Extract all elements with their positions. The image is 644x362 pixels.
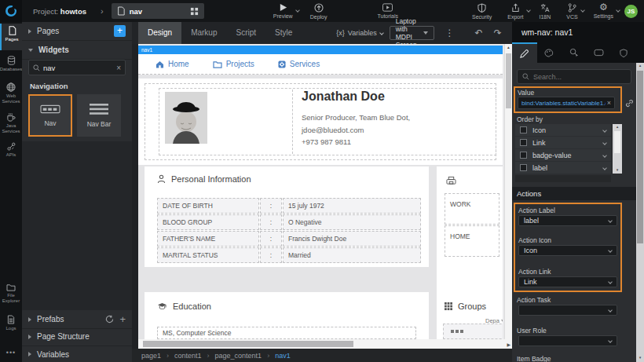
action-link-select[interactable]: Link bbox=[518, 276, 617, 287]
tab-markup[interactable]: Markup bbox=[181, 22, 226, 44]
prefabs-section-header[interactable]: Prefabs + bbox=[22, 310, 132, 329]
education-row[interactable]: MS, Computer Science bbox=[157, 327, 416, 339]
breadcrumb-item[interactable]: page_content1 bbox=[215, 352, 262, 360]
breadcrumb-item[interactable]: content1 bbox=[174, 352, 202, 360]
profile-name[interactable]: Jonathan Doe bbox=[302, 90, 385, 104]
database-icon bbox=[7, 56, 16, 65]
contact-section[interactable]: WORK HOME bbox=[437, 166, 503, 302]
property-search-input[interactable] bbox=[533, 73, 612, 81]
add-page-button[interactable]: + bbox=[114, 25, 126, 37]
order-by-item-label[interactable]: label bbox=[515, 162, 611, 174]
security-button[interactable]: Security bbox=[472, 3, 492, 20]
scrollbar-thumb[interactable] bbox=[637, 71, 643, 243]
order-by-item-link[interactable]: Link bbox=[515, 137, 611, 148]
panel-scrollbar[interactable]: ▲ ▼ bbox=[636, 63, 644, 362]
widgets-section-header[interactable]: Widgets bbox=[22, 41, 132, 60]
profile-photo[interactable] bbox=[165, 92, 207, 144]
tab-events[interactable] bbox=[562, 42, 587, 63]
rail-item-file-explorer[interactable]: File Explorer bbox=[0, 281, 22, 303]
rail-item-web-services[interactable]: Web Services bbox=[0, 80, 22, 104]
order-by-item-icon[interactable]: Icon bbox=[515, 124, 611, 136]
checkbox[interactable] bbox=[520, 152, 527, 159]
pages-section-header[interactable]: Pages + bbox=[22, 22, 132, 41]
nav-item-services[interactable]: Services bbox=[278, 60, 320, 68]
nav1-selection-bar[interactable]: nav1 bbox=[138, 46, 503, 54]
order-by-scrollbar[interactable]: ▲ ▼ bbox=[613, 124, 622, 174]
device-selector[interactable]: Laptop with MDPI Screen bbox=[390, 26, 434, 40]
contact-row-home[interactable]: HOME bbox=[445, 225, 499, 257]
canvas-horizontal-scrollbar[interactable]: ▶ bbox=[138, 339, 512, 349]
i18n-button[interactable]: I18N bbox=[540, 3, 551, 20]
contact-row-work[interactable]: WORK bbox=[445, 193, 499, 225]
breadcrumb-item[interactable]: page1 bbox=[141, 352, 161, 360]
page-structure-section-header[interactable]: Page Structure bbox=[22, 327, 132, 346]
checkbox[interactable] bbox=[520, 126, 527, 133]
action-task-select[interactable] bbox=[518, 305, 617, 316]
variables-section-header[interactable]: Variables bbox=[22, 345, 132, 362]
widget-tile-nav[interactable]: Nav bbox=[28, 94, 72, 137]
redo-button[interactable]: ↷ bbox=[494, 28, 502, 38]
scrollbar-thumb[interactable] bbox=[506, 53, 511, 108]
tab-device[interactable] bbox=[587, 42, 612, 63]
table-row[interactable]: FATHER'S NAME : Francis Dwight Doe bbox=[157, 231, 421, 247]
wavemaker-logo-icon[interactable] bbox=[0, 0, 22, 22]
rail-item-apis[interactable]: APIs bbox=[0, 140, 22, 158]
export-button[interactable]: Export bbox=[507, 3, 523, 20]
personal-info-section[interactable]: Personal Information DATE OF BIRTH : 15 … bbox=[145, 166, 429, 267]
clear-binding-icon[interactable]: × bbox=[607, 99, 611, 107]
refresh-icon[interactable] bbox=[105, 315, 114, 324]
tab-script[interactable]: Script bbox=[227, 22, 266, 44]
page-selector[interactable]: nav bbox=[112, 3, 204, 19]
rail-more-icon[interactable]: ••• bbox=[0, 348, 22, 356]
rail-item-logs[interactable]: Logs bbox=[0, 313, 22, 331]
preview-button[interactable]: Preview bbox=[273, 3, 293, 19]
profile-role[interactable]: Senior Producer, Team Blue Dot, bbox=[302, 113, 410, 122]
tab-styles[interactable] bbox=[537, 42, 562, 63]
scrollbar-thumb[interactable] bbox=[614, 131, 620, 153]
tutorials-button[interactable]: Tutorials bbox=[377, 3, 398, 19]
groups-section[interactable]: Groups Depa bbox=[437, 292, 503, 339]
bind-link-icon[interactable] bbox=[625, 99, 634, 108]
profile-email[interactable]: jdoe@bluedot.com bbox=[302, 126, 364, 134]
tab-design[interactable]: Design bbox=[138, 22, 181, 44]
education-section[interactable]: Education MS, Computer Science bbox=[145, 292, 429, 339]
settings-button[interactable]: ⚙ Settings bbox=[594, 3, 613, 19]
table-row[interactable]: BLOOD GROUP : O Negative bbox=[157, 214, 421, 230]
checkbox[interactable] bbox=[520, 164, 527, 171]
scrollbar-thumb[interactable] bbox=[143, 341, 353, 347]
nav1-widget[interactable]: Home Projects Services bbox=[138, 54, 503, 75]
tab-properties[interactable] bbox=[512, 42, 537, 63]
profile-section[interactable]: Jonathan Doe Senior Producer, Team Blue … bbox=[138, 79, 503, 165]
breadcrumb-item-current[interactable]: nav1 bbox=[275, 352, 291, 360]
checkbox[interactable] bbox=[520, 139, 527, 146]
groups-row[interactable] bbox=[443, 324, 503, 339]
rail-item-pages[interactable]: Pages bbox=[0, 24, 22, 50]
action-icon-select[interactable]: Icon bbox=[518, 245, 617, 256]
user-avatar[interactable]: JS bbox=[624, 5, 638, 18]
add-prefab-button[interactable]: + bbox=[119, 313, 126, 325]
table-row[interactable]: MARITAL STATUS : Married bbox=[157, 247, 421, 263]
undo-button[interactable]: ↶ bbox=[475, 28, 483, 38]
table-row[interactable]: DATE OF BIRTH : 15 july 1972 bbox=[157, 198, 421, 214]
widget-search-input[interactable] bbox=[43, 64, 108, 72]
value-binding-input[interactable]: bind:Variables.staticVariable1.dataSet × bbox=[518, 97, 615, 109]
rail-item-java-services[interactable]: Java Services bbox=[0, 110, 22, 133]
tab-security[interactable] bbox=[611, 42, 636, 63]
tab-style[interactable]: Style bbox=[265, 22, 302, 44]
rail-item-databases[interactable]: Databases bbox=[0, 53, 22, 72]
variables-button[interactable]: {x} Variables bbox=[336, 29, 382, 37]
nav-item-projects[interactable]: Projects bbox=[213, 60, 254, 68]
nav-item-home[interactable]: Home bbox=[156, 60, 189, 68]
vcs-button[interactable]: VCS bbox=[566, 3, 577, 20]
canvas-page[interactable]: nav1 Home Projects Services bbox=[138, 46, 503, 339]
canvas-vertical-scrollbar[interactable]: ▲ bbox=[504, 44, 512, 339]
scroll-down-icon: ▼ bbox=[638, 356, 643, 360]
more-options-icon[interactable]: ⋮ bbox=[445, 28, 455, 38]
order-by-item-badge-value[interactable]: badge-value bbox=[515, 149, 611, 161]
widget-tile-navbar[interactable]: Nav Bar bbox=[77, 94, 121, 137]
deploy-button[interactable]: Deploy bbox=[310, 3, 327, 20]
action-label-select[interactable]: label bbox=[518, 215, 617, 226]
user-role-select[interactable] bbox=[518, 335, 617, 346]
clear-search-icon[interactable]: × bbox=[116, 64, 121, 72]
profile-phone[interactable]: +973 987 9811 bbox=[302, 137, 351, 146]
